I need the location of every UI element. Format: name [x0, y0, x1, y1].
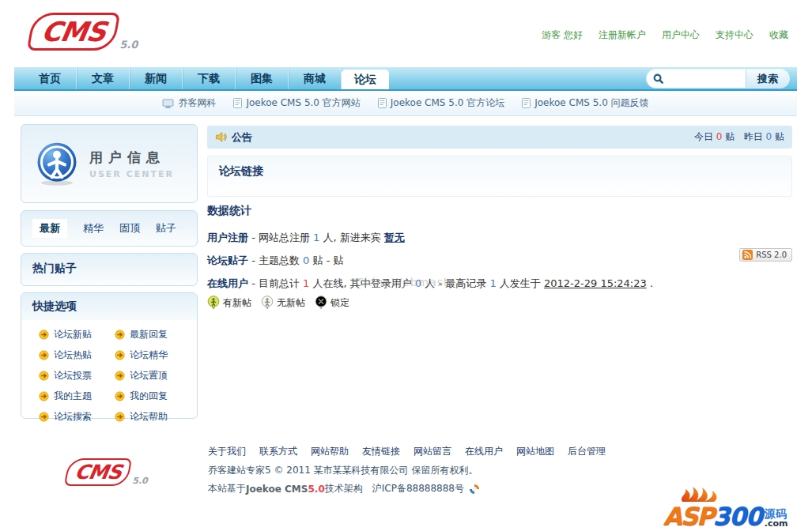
- cms-logo-badge: CMS: [64, 458, 132, 486]
- cms-logo-text: CMS: [39, 15, 108, 48]
- search-input[interactable]: [663, 70, 746, 88]
- cms-logo-version: 5.0: [132, 476, 148, 486]
- nav-tab-downloads[interactable]: 下载: [183, 67, 236, 89]
- tech-version: 5.0: [308, 484, 324, 495]
- stat-text: 人 - 最高记录: [421, 277, 489, 289]
- post-counters: 今日 0 贴 昨日 0 贴: [694, 130, 784, 144]
- quick-link-polls[interactable]: 论坛投票: [39, 369, 115, 382]
- cms-logo-text: CMS: [73, 460, 123, 484]
- subnav-joekoe-site[interactable]: 乔客网科: [162, 96, 216, 110]
- favorites-link[interactable]: 收藏: [769, 28, 788, 42]
- quick-link-latest-replies[interactable]: 最新回复: [115, 328, 191, 341]
- subnav-official-forum[interactable]: Joekoe CMS 5.0 官方论坛: [378, 96, 504, 110]
- quick-link-forum-help[interactable]: 论坛帮助: [115, 410, 191, 424]
- nav-tab-articles[interactable]: 文章: [77, 67, 130, 89]
- footer-logo[interactable]: CMS 5.0: [66, 458, 148, 486]
- asp300-com: .com: [765, 519, 788, 528]
- nav-tab-news[interactable]: 新闻: [130, 67, 183, 89]
- nav-tab-home[interactable]: 首页: [24, 67, 77, 89]
- quick-link-new-posts[interactable]: 论坛新贴: [39, 328, 115, 341]
- sidebar-tab-posts[interactable]: 贴子: [156, 221, 176, 235]
- quick-link-digest[interactable]: 论坛精华: [115, 348, 191, 362]
- footer-link-contact[interactable]: 联系方式: [259, 445, 297, 458]
- subnav-official-site[interactable]: Joekoe CMS 5.0 官方网站: [233, 96, 360, 110]
- hot-posts-title: 热门贴子: [32, 262, 77, 274]
- footer-tech-line: 本站基于 Joekoe CMS 5.0 技术架构 沪ICP备88888888号: [208, 482, 480, 495]
- stat-number: 0: [415, 277, 421, 289]
- legend-label: 无新帖: [277, 296, 305, 310]
- subnav-label: Joekoe CMS 5.0 官方网站: [246, 96, 360, 110]
- legend-label: 有新帖: [223, 296, 251, 310]
- footer-link-friends[interactable]: 友情链接: [362, 445, 400, 458]
- asp300-cn: 源码: [765, 508, 788, 519]
- announcement-bar: 公告 今日 0 贴 昨日 0 贴: [207, 126, 792, 149]
- register-link[interactable]: 注册新帐户: [599, 28, 646, 42]
- subnav-label: 乔客网科: [178, 96, 216, 110]
- footer-link-sitemap[interactable]: 网站地图: [516, 445, 554, 458]
- subnav-feedback[interactable]: Joekoe CMS 5.0 问题反馈: [522, 96, 648, 110]
- nav-tab-gallery[interactable]: 图集: [236, 67, 289, 89]
- asp300-text-row: ASP 300 源码 .com: [663, 504, 787, 528]
- footer-link-help[interactable]: 网站帮助: [311, 445, 349, 458]
- quick-link-my-topics[interactable]: 我的主题: [39, 390, 115, 403]
- stat-label: 论坛贴子: [207, 254, 248, 266]
- sidebar-tab-strip: 最新 精华 固顶 贴子: [21, 210, 198, 247]
- today-count: 0: [716, 131, 723, 142]
- no-new-posts-icon: [261, 296, 274, 310]
- quick-link-top-posts[interactable]: 论坛置顶: [115, 369, 191, 382]
- subnav-label: Joekoe CMS 5.0 官方论坛: [391, 96, 504, 110]
- legend-no-new-posts: 无新帖: [261, 296, 305, 310]
- quick-options-title: 快捷选项: [21, 293, 197, 320]
- announcement-title[interactable]: 公告: [232, 130, 252, 145]
- footer-links: 关于我们 联系方式 网站帮助 友情链接 网站留言 在线用户 网站地图 后台管理: [208, 445, 606, 458]
- nav-tab-forum-active[interactable]: 论坛: [342, 70, 389, 89]
- sidebar-tab-latest[interactable]: 最新: [32, 219, 67, 238]
- stats-section: 数据统计 用户注册 - 网站总注册 1 人, 新进来宾 暂无 论坛贴子 - 主题…: [207, 204, 792, 299]
- footer-link-guestbook[interactable]: 网站留言: [414, 445, 451, 458]
- footer-link-about[interactable]: 关于我们: [208, 445, 246, 458]
- yesterday-count: 0: [766, 131, 772, 142]
- support-center-link[interactable]: 支持中心: [716, 28, 753, 42]
- forum-links-section: 论坛链接: [207, 156, 792, 197]
- subnav-label: Joekoe CMS 5.0 问题反馈: [534, 96, 648, 110]
- user-center-icon: [34, 141, 80, 186]
- yesterday-unit: 贴: [775, 131, 784, 142]
- search-box: 搜索: [647, 70, 789, 88]
- swirl-icon: [469, 484, 480, 495]
- stat-text: 人在线, 其中登录用户: [309, 277, 415, 289]
- quick-options-panel: 快捷选项 论坛新贴 最新回复 论坛热贴 论坛精华 论坛投票 论坛置顶 我的主题 …: [21, 292, 198, 419]
- asp300-watermark: ASP 300 源码 .com: [663, 485, 806, 529]
- user-info-panel[interactable]: 用户信息 USER CENTER: [21, 124, 198, 203]
- header-user-links: 游客 您好 注册新帐户 用户中心 支持中心 收藏: [542, 28, 788, 42]
- search-button[interactable]: 搜索: [746, 70, 789, 88]
- forum-links-title: 论坛链接: [219, 164, 263, 177]
- nav-tab-mall[interactable]: 商城: [289, 67, 342, 89]
- quick-link-label: 论坛新贴: [54, 328, 92, 341]
- quick-link-my-replies[interactable]: 我的回复: [115, 390, 191, 403]
- user-center-link[interactable]: 用户中心: [662, 28, 700, 42]
- monitor-icon: [162, 99, 174, 108]
- stat-text: - 网站总注册: [248, 232, 313, 243]
- quick-link-label: 论坛置顶: [130, 369, 168, 382]
- search-icon: [653, 73, 663, 84]
- rss-badge[interactable]: RSS 2.0: [739, 248, 792, 262]
- stat-text: - 目前总计: [248, 277, 303, 289]
- sidebar-tab-digest[interactable]: 精华: [83, 221, 104, 235]
- quick-link-hot-posts[interactable]: 论坛热贴: [39, 348, 115, 362]
- legend-new-posts: 有新帖: [207, 296, 251, 310]
- icp-license-link[interactable]: 沪ICP备88888888号: [372, 482, 464, 495]
- quick-link-forum-search[interactable]: 论坛搜索: [39, 410, 115, 424]
- record-date-link[interactable]: 2012-2-29 15:24:23: [544, 277, 647, 289]
- stat-text: 贴 - 贴: [309, 254, 343, 266]
- site-logo[interactable]: CMS 5.0: [30, 13, 138, 51]
- newest-guest-link[interactable]: 暂无: [384, 232, 405, 243]
- greeting-text: 游客 您好: [542, 28, 583, 42]
- stat-number: 1: [489, 277, 496, 289]
- sidebar-tab-pinned[interactable]: 固顶: [119, 221, 140, 235]
- footer-link-admin[interactable]: 后台管理: [568, 445, 606, 458]
- quick-link-label: 论坛帮助: [130, 410, 168, 424]
- footer-link-online-users[interactable]: 在线用户: [465, 445, 503, 458]
- asp300-num: 300: [713, 504, 762, 528]
- asp300-suffix: 源码 .com: [765, 508, 788, 528]
- document-icon: [522, 98, 531, 108]
